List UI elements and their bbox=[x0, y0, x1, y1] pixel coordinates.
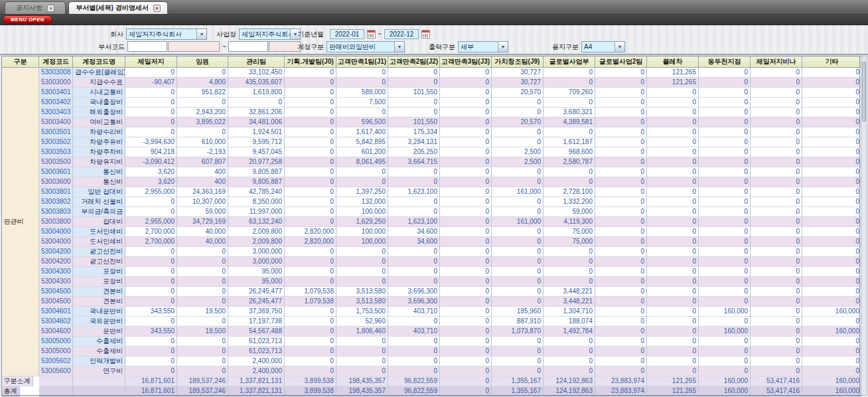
dept-code-from-input[interactable] bbox=[127, 41, 167, 52]
amount-cell: 0 bbox=[285, 118, 336, 127]
tab-expense-report[interactable]: 부서별(세목) 경비명세서 × bbox=[68, 1, 168, 14]
calendar-icon[interactable] bbox=[367, 30, 376, 39]
amount-cell: 0 bbox=[336, 277, 388, 287]
amount-cell: 607,807 bbox=[177, 157, 228, 167]
workplace-select-value: 제일저지주식회사 bbox=[240, 30, 290, 39]
table-row: 53003000지급수수료-90,4074,800435,035,6070000… bbox=[2, 78, 862, 88]
amount-cell: 0 bbox=[647, 327, 699, 337]
tab-close-icon[interactable]: × bbox=[153, 5, 161, 12]
amount-cell: 0 bbox=[388, 167, 440, 177]
paper-type-select-value: A4 bbox=[582, 43, 615, 50]
table-row: 53004600운반비343,55019,50054,567,48801,806… bbox=[2, 327, 862, 337]
amount-cell: 0 bbox=[751, 167, 802, 177]
account-code-cell: 53004000 bbox=[39, 237, 73, 247]
amount-cell: 0 bbox=[388, 177, 440, 187]
amount-cell: 0 bbox=[440, 177, 492, 187]
amount-cell: 0 bbox=[699, 257, 751, 267]
table-row: 53004602국외운반비0017,197,738052,96000887,91… bbox=[2, 317, 862, 327]
amount-cell: 1,629,250 bbox=[336, 217, 388, 227]
amount-cell: 0 bbox=[177, 297, 228, 307]
amount-cell: 0 bbox=[125, 357, 177, 366]
amount-cell: 0 bbox=[440, 257, 492, 267]
amount-cell: 0 bbox=[595, 127, 647, 137]
table-row: 53004200광고선전비003,000,00000000000000 bbox=[2, 247, 862, 257]
amount-cell: 42,785,240 bbox=[228, 187, 285, 197]
table-row: 53004300포장비0095,00000000000000 bbox=[2, 267, 862, 277]
table-row: 판관비53003008급수수료(클레임)0033,102,450000030,7… bbox=[2, 68, 862, 78]
tab-close-icon[interactable]: × bbox=[47, 5, 54, 12]
amount-cell: 0 bbox=[751, 147, 802, 157]
amount-cell: 0 bbox=[802, 217, 862, 227]
amount-cell: 33,102,450 bbox=[228, 68, 285, 78]
table-row: 53003501차량수리비001,924,50101,617,400175,33… bbox=[2, 127, 862, 137]
column-header: 계정코드명 bbox=[73, 56, 125, 68]
period-from-input[interactable]: 2022-01 bbox=[330, 29, 364, 39]
dept-code-from-name-input[interactable] bbox=[168, 41, 220, 52]
amount-cell: 0 bbox=[440, 98, 492, 108]
account-name-cell: 인력개발비 bbox=[73, 357, 125, 366]
amount-cell: 0 bbox=[595, 187, 647, 197]
amount-cell: 0 bbox=[595, 267, 647, 277]
amount-cell: 0 bbox=[492, 267, 543, 277]
amount-cell: 951,822 bbox=[177, 88, 228, 98]
account-name-cell: 광고선전비 bbox=[73, 257, 125, 267]
amount-cell: 0 bbox=[751, 277, 802, 287]
account-type-select[interactable]: 판매비와일반비 ▼ bbox=[326, 41, 405, 52]
amount-cell: 0 bbox=[336, 177, 388, 187]
account-name-cell: 수출제비 bbox=[73, 337, 125, 347]
table-row: 53004500견본비0026,245,4771,079,5383,513,58… bbox=[2, 287, 862, 297]
account-name-cell: 여비교통비 bbox=[73, 118, 125, 127]
amount-cell: 0 bbox=[751, 118, 802, 127]
amount-cell: 0 bbox=[647, 257, 699, 267]
amount-cell: 189,537,246 bbox=[177, 376, 228, 386]
workplace-select[interactable]: 제일저지주식회사 ▼ bbox=[239, 29, 301, 40]
amount-cell: 0 bbox=[285, 98, 336, 108]
paper-type-label: 용지구분 bbox=[552, 42, 579, 52]
output-type-label: 출력구분 bbox=[429, 42, 455, 52]
amount-cell: 1,079,538 bbox=[285, 287, 336, 297]
tab-notice[interactable]: 공지사항 × bbox=[5, 1, 66, 14]
company-select-value: 제일저지주식회사 bbox=[127, 30, 196, 39]
amount-cell: 0 bbox=[699, 187, 751, 197]
amount-cell: 0 bbox=[285, 366, 336, 376]
amount-cell: 0 bbox=[285, 108, 336, 118]
amount-cell: 0 bbox=[647, 297, 699, 307]
amount-cell: 0 bbox=[336, 337, 388, 347]
grid-head: 구분계정코드계정코드명제일저지임원관리팀기획.개발팀(J0)고객만족1팀(J1)… bbox=[2, 56, 862, 68]
amount-cell: 0 bbox=[388, 366, 440, 376]
period-to-input[interactable]: 2022-12 bbox=[384, 29, 419, 39]
scrollbar-thumb[interactable] bbox=[862, 62, 866, 121]
vertical-scrollbar[interactable] bbox=[861, 56, 867, 396]
amount-cell: 0 bbox=[647, 247, 699, 257]
amount-cell: 0 bbox=[699, 147, 751, 157]
amount-cell: 0 bbox=[177, 317, 228, 327]
column-header: 고객만족3팀(J3) bbox=[440, 56, 492, 68]
tab-bar: 공지사항 × 부서별(세목) 경비명세서 × bbox=[0, 0, 868, 15]
dept-code-to-input[interactable] bbox=[228, 41, 268, 52]
amount-cell: 1,924,501 bbox=[228, 127, 285, 137]
company-select[interactable]: 제일저지주식회사 ▼ bbox=[126, 29, 207, 40]
amount-cell: 19,500 bbox=[177, 307, 228, 317]
amount-cell: 0 bbox=[336, 78, 388, 88]
amount-cell: 1,079,538 bbox=[285, 297, 336, 307]
account-name-cell: 통신비 bbox=[73, 167, 125, 177]
amount-cell: 0 bbox=[492, 167, 543, 177]
account-type-select-value: 판매비와일반비 bbox=[327, 42, 394, 52]
menu-open-button[interactable]: MENU OPEN bbox=[3, 15, 52, 24]
amount-cell: 8,061,495 bbox=[336, 157, 388, 167]
amount-cell: 0 bbox=[751, 287, 802, 297]
account-code-cell: 53004601 bbox=[39, 307, 73, 317]
amount-cell: 0 bbox=[388, 247, 440, 257]
amount-cell: 0 bbox=[440, 227, 492, 237]
amount-cell: 0 bbox=[595, 237, 647, 247]
menu-strip: MENU OPEN bbox=[0, 15, 868, 25]
paper-type-select[interactable]: A4 ▼ bbox=[581, 41, 625, 52]
calendar-icon[interactable] bbox=[421, 30, 430, 39]
amount-cell: 0 bbox=[285, 147, 336, 157]
column-header: 고객만족2팀(J2) bbox=[388, 56, 440, 68]
amount-cell: 0 bbox=[595, 366, 647, 376]
amount-cell: 0 bbox=[543, 98, 595, 108]
account-name-cell: 광고선전비 bbox=[73, 247, 125, 257]
output-type-select[interactable]: 세부 ▼ bbox=[458, 41, 508, 52]
amount-cell: 0 bbox=[440, 307, 492, 317]
